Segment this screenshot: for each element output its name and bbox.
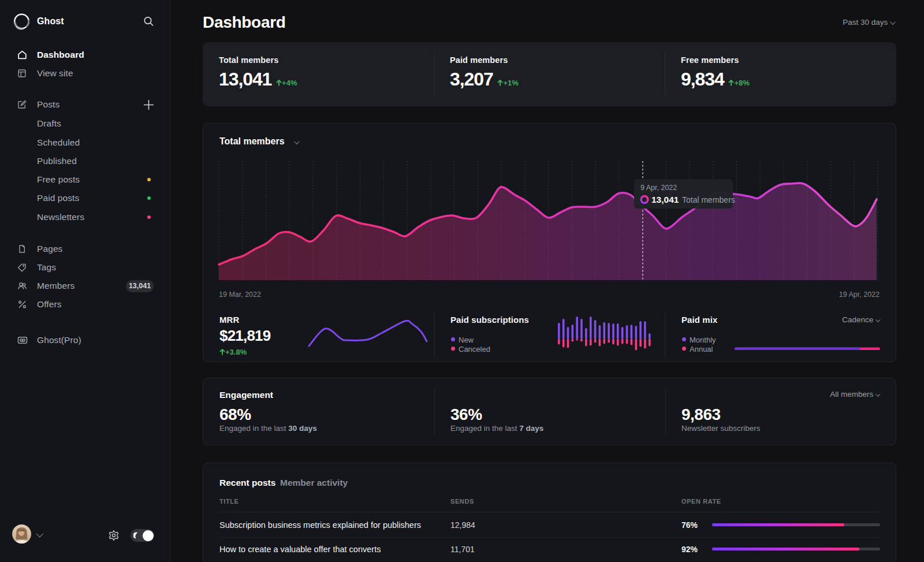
svg-text:19 Apr, 2022: 19 Apr, 2022 [839,291,880,299]
svg-text:13,041: 13,041 [651,195,679,204]
svg-text:Total members: Total members [682,195,735,204]
svg-text:9 Apr, 2022: 9 Apr, 2022 [640,184,677,192]
svg-text:19 Mar, 2022: 19 Mar, 2022 [219,291,261,299]
